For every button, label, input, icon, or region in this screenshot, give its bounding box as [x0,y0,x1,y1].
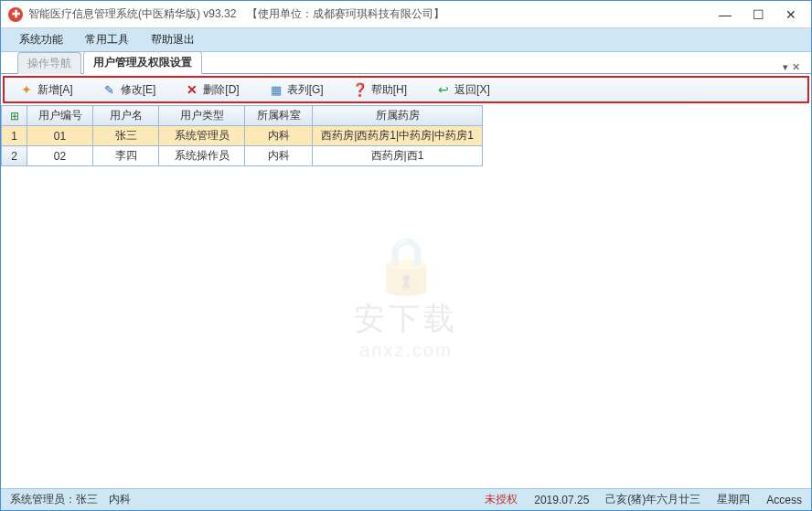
cell-type: 系统操作员 [159,146,245,166]
cell-dept: 内科 [245,126,313,146]
status-db: Access [766,494,802,506]
app-window: ✚ 智能医疗信息管理系统(中医精华版) v93.32 【使用单位：成都赛珂琪科技… [0,0,812,511]
status-weekday: 星期四 [717,492,750,507]
col-header-name[interactable]: 用户名 [93,106,159,126]
cell-id: 02 [27,146,93,166]
help-icon: ❓ [353,82,368,97]
back-button[interactable]: ↩ 返回[X] [427,80,499,101]
menubar: 系统功能 常用工具 帮助退出 [1,28,811,52]
menu-system[interactable]: 系统功能 [8,28,74,51]
statusbar: 系统管理员：张三 内科 未授权 2019.07.25 己亥(猪)年六月廿三 星期… [1,488,811,510]
watermark: 🔒 安下载 anxz.com [354,233,458,361]
add-label: 新增[A] [37,82,73,98]
toolbar: ✦ 新增[A] ✎ 修改[E] ✕ 删除[D] ▦ 表列[G] ❓ 帮助[H] [3,76,809,103]
menu-tools[interactable]: 常用工具 [74,28,140,51]
tab-close-icon[interactable]: ✕ [792,61,800,73]
col-header-dept[interactable]: 所属科室 [245,106,313,126]
table-row[interactable]: 1 01 张三 系统管理员 内科 西药房|西药房1|中药房|中药房1 [2,126,483,146]
col-header-id[interactable]: 用户编号 [27,106,93,126]
cell-pharm: 西药房|西1 [313,146,483,166]
list-button[interactable]: ▦ 表列[G] [260,80,333,101]
tabbar: 操作导航 用户管理及权限设置 ▾ ✕ [1,52,811,74]
app-icon: ✚ [8,7,23,22]
tab-dropdown-icon[interactable]: ▾ [783,61,788,73]
titlebar: ✚ 智能医疗信息管理系统(中医精华版) v93.32 【使用单位：成都赛珂琪科技… [1,1,811,28]
tab-nav[interactable]: 操作导航 [17,52,81,74]
tab-user-mgmt[interactable]: 用户管理及权限设置 [83,51,202,74]
list-icon: ▦ [269,82,283,97]
col-header-type[interactable]: 用户类型 [159,106,245,126]
status-lunar: 己亥(猪)年六月廿三 [605,492,700,507]
window-title: 智能医疗信息管理系统(中医精华版) v93.32 【使用单位：成都赛珂琪科技有限… [28,6,709,22]
col-header-pharm[interactable]: 所属药房 [313,106,483,126]
status-date: 2019.07.25 [534,494,589,506]
delete-button[interactable]: ✕ 删除[D] [176,80,248,101]
close-button[interactable]: ✕ [775,3,807,27]
window-buttons: — ☐ ✕ [709,3,807,27]
add-icon: ✦ [19,82,34,97]
menu-help[interactable]: 帮助退出 [140,28,206,51]
status-auth: 未授权 [485,492,518,507]
grid-area: ⊞ 用户编号 用户名 用户类型 所属科室 所属药房 1 01 张三 系统管理员 … [1,105,811,488]
data-grid[interactable]: ⊞ 用户编号 用户名 用户类型 所属科室 所属药房 1 01 张三 系统管理员 … [1,105,483,166]
cell-name: 张三 [93,126,159,146]
minimize-button[interactable]: — [709,3,742,27]
help-label: 帮助[H] [371,82,407,98]
grid-header-row: ⊞ 用户编号 用户名 用户类型 所属科室 所属药房 [2,106,483,126]
excel-export-icon[interactable]: ⊞ [2,106,27,126]
edit-icon: ✎ [102,82,117,97]
watermark-text1: 安下载 [354,298,458,340]
status-user: 系统管理员：张三 内科 [10,492,468,507]
edit-label: 修改[E] [121,82,156,98]
toolbar-container: ✦ 新增[A] ✎ 修改[E] ✕ 删除[D] ▦ 表列[G] ❓ 帮助[H] [1,74,811,105]
maximize-button[interactable]: ☐ [742,3,775,27]
add-button[interactable]: ✦ 新增[A] [10,80,82,101]
watermark-icon: 🔒 [354,233,458,298]
row-number: 1 [2,126,27,146]
watermark-text2: anxz.com [354,340,458,361]
cell-dept: 内科 [245,146,313,166]
delete-label: 删除[D] [203,82,239,98]
cell-id: 01 [27,126,93,146]
cell-name: 李四 [93,146,159,166]
list-label: 表列[G] [287,82,324,98]
cell-type: 系统管理员 [159,126,245,146]
help-button[interactable]: ❓ 帮助[H] [344,80,416,101]
table-row[interactable]: 2 02 李四 系统操作员 内科 西药房|西1 [2,146,483,166]
tab-controls: ▾ ✕ [783,61,804,73]
back-icon: ↩ [436,82,451,97]
delete-icon: ✕ [185,82,199,97]
cell-pharm: 西药房|西药房1|中药房|中药房1 [313,126,483,146]
row-number: 2 [2,146,27,166]
back-label: 返回[X] [454,82,490,98]
edit-button[interactable]: ✎ 修改[E] [93,80,166,101]
